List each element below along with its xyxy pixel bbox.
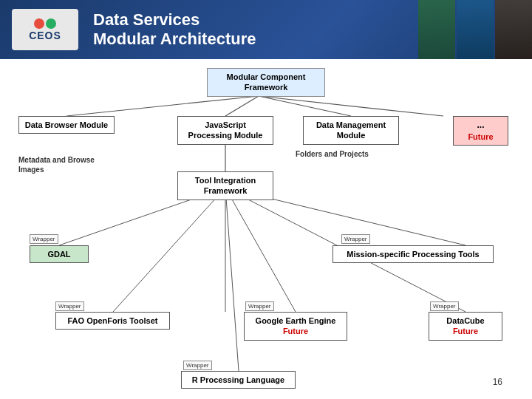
ceos-logo: CEOS xyxy=(12,9,78,50)
future-ellipsis: ... xyxy=(458,120,503,132)
js-processing-label: JavaScript Processing Module xyxy=(188,120,263,140)
svg-line-2 xyxy=(259,96,351,116)
page-number: 16 xyxy=(493,377,502,387)
datacube-future: Future xyxy=(434,326,497,336)
datacube-label: DataCube xyxy=(434,316,497,326)
data-browser-box: Data Browser Module xyxy=(18,116,115,134)
data-browser-label: Data Browser Module xyxy=(25,120,108,129)
wrapper-gdal-tag: Wrapper xyxy=(30,234,58,244)
metadata-browse-text: Metadata and Browse Images xyxy=(18,155,107,174)
wrapper-datacube-tag: Wrapper xyxy=(430,301,459,311)
svg-line-1 xyxy=(225,96,259,116)
svg-line-0 xyxy=(66,96,259,116)
gee-label: Google Earth Engine xyxy=(249,316,342,326)
svg-line-8 xyxy=(225,188,239,371)
future-top-label: Future xyxy=(458,132,503,142)
modular-framework-label: Modular Component Framework xyxy=(227,72,306,92)
data-management-box: Data Management Module xyxy=(303,116,399,145)
gdal-label: GDAL xyxy=(47,250,70,259)
folders-projects-text: Folders and Projects xyxy=(296,149,392,159)
tool-integration-box: Tool Integration Framework xyxy=(177,171,273,200)
r-processing-label: R Processing Language xyxy=(192,375,284,384)
page-title: Data Services Modular Architecture xyxy=(93,10,256,50)
fao-box: FAO OpenForis Toolset xyxy=(55,312,170,330)
svg-line-6 xyxy=(113,188,225,312)
main-content: Modular Component Framework Data Browser… xyxy=(0,59,532,399)
fao-label: FAO OpenForis Toolset xyxy=(67,316,157,325)
datacube-box: DataCube Future xyxy=(429,312,502,341)
gee-box: Google Earth Engine Future xyxy=(244,312,347,341)
header-images xyxy=(418,0,532,59)
future-top-box: ... Future xyxy=(453,116,508,146)
tool-integration-label: Tool Integration Framework xyxy=(195,176,256,195)
data-management-label: Data Management Module xyxy=(316,120,386,140)
svg-line-3 xyxy=(259,96,443,116)
js-processing-box: JavaScript Processing Module xyxy=(177,116,273,145)
wrapper-fao-tag: Wrapper xyxy=(55,301,84,311)
page-header: CEOS Data Services Modular Architecture xyxy=(0,0,532,59)
modular-framework-box: Modular Component Framework xyxy=(207,68,325,97)
wrapper-mission-tag: Wrapper xyxy=(341,234,370,244)
mission-specific-box: Mission-specific Processing Tools xyxy=(332,245,494,263)
mission-specific-label: Mission-specific Processing Tools xyxy=(347,250,480,259)
r-processing-box: R Processing Language xyxy=(181,371,296,389)
gee-future: Future xyxy=(249,326,342,336)
wrapper-gee-tag: Wrapper xyxy=(245,301,274,311)
architecture-diagram: Modular Component Framework Data Browser… xyxy=(15,68,517,393)
wrapper-r-tag: Wrapper xyxy=(183,361,212,370)
gdal-box: GDAL xyxy=(30,245,89,263)
svg-line-9 xyxy=(225,188,296,312)
